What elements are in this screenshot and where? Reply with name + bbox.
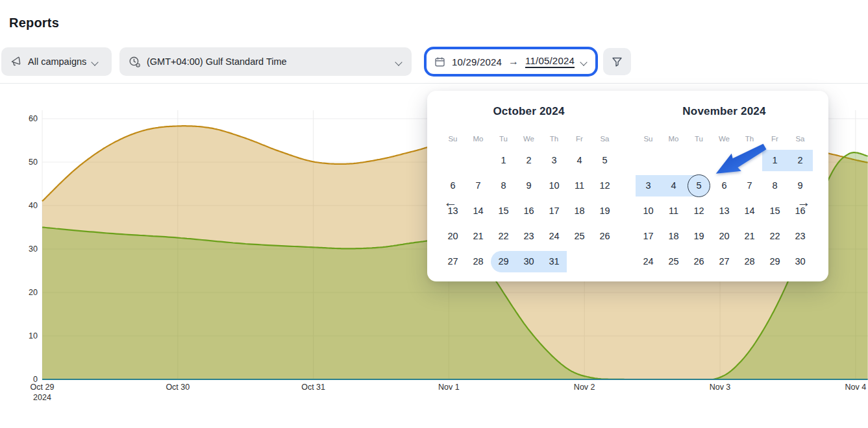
calendar-day[interactable]: 13 [712, 198, 737, 224]
calendar-day[interactable]: 6 [712, 173, 737, 198]
funnel-icon [612, 56, 623, 67]
calendar-day[interactable]: 15 [491, 198, 516, 224]
calendar-day[interactable]: 7 [465, 173, 491, 198]
weekday-label: Mo [661, 130, 686, 148]
day-number: 9 [797, 180, 802, 191]
calendar-day[interactable]: 19 [686, 224, 712, 249]
calendar-day-empty [440, 148, 465, 173]
day-number: 27 [719, 256, 729, 267]
calendar-day[interactable]: 28 [465, 249, 491, 274]
day-number: 20 [719, 231, 729, 241]
chevron-down-icon [581, 58, 588, 65]
calendar-day[interactable]: 17 [636, 224, 661, 249]
chevron-down-icon [92, 58, 99, 65]
day-number: 19 [693, 231, 704, 241]
calendar-day[interactable]: 20 [440, 224, 465, 249]
calendar-day[interactable]: 7 [737, 173, 762, 198]
campaigns-dropdown[interactable]: All campaigns [1, 47, 112, 76]
timezone-dropdown[interactable]: (GMT+04:00) Gulf Standard Time [119, 47, 412, 76]
calendar-day-empty [636, 148, 661, 173]
x-axis-label: Nov 4 [845, 383, 866, 392]
calendar-day[interactable]: 12 [592, 173, 617, 198]
calendar-day[interactable]: 2 [516, 148, 541, 173]
calendar-day[interactable]: 30 [516, 249, 541, 274]
x-axis-label: Nov 3 [710, 383, 731, 392]
calendar-day[interactable]: 10 [541, 173, 567, 198]
calendar-day[interactable]: 31 [541, 249, 567, 274]
calendar-day[interactable]: 11 [661, 198, 686, 224]
clock-timezone-icon [129, 56, 141, 68]
calendar-day[interactable]: 15 [762, 198, 787, 224]
calendar-day[interactable]: 14 [465, 198, 491, 224]
calendar-day[interactable]: 27 [440, 249, 465, 274]
day-number: 22 [769, 231, 780, 241]
calendar-day-empty [686, 148, 712, 173]
day-grid: 1234567891011121314151617181920212223242… [636, 148, 813, 274]
day-number: 4 [577, 155, 582, 165]
calendar-day[interactable]: 2 [787, 148, 813, 173]
calendar-day[interactable]: 3 [636, 173, 661, 198]
calendar-day[interactable]: 24 [541, 224, 567, 249]
calendar-day[interactable]: 4 [567, 148, 592, 173]
calendar-day[interactable]: 22 [491, 224, 516, 249]
calendar-day[interactable]: 12 [686, 198, 712, 224]
calendar-day[interactable]: 18 [661, 224, 686, 249]
calendar-day[interactable]: 8 [762, 173, 787, 198]
range-start-date[interactable]: 10/29/2024 [452, 56, 502, 67]
calendar-day[interactable]: 19 [592, 198, 617, 224]
calendar-day[interactable]: 5 [686, 173, 712, 198]
day-number: 3 [645, 180, 651, 191]
x-axis-label: Nov 2 [574, 383, 595, 392]
calendar-day[interactable]: 5 [592, 148, 617, 173]
date-range-picker[interactable]: 10/29/2024 → 11/05/2024 [427, 49, 595, 74]
calendar-day[interactable]: 23 [787, 224, 813, 249]
calendar-day[interactable]: 21 [737, 224, 762, 249]
calendar-day[interactable]: 14 [737, 198, 762, 224]
calendar-day[interactable]: 20 [712, 224, 737, 249]
filter-button[interactable] [603, 48, 631, 75]
calendar-day[interactable]: 29 [762, 249, 787, 274]
calendar-day[interactable]: 26 [592, 224, 617, 249]
calendar-day[interactable]: 9 [516, 173, 541, 198]
calendar-day[interactable]: 8 [491, 173, 516, 198]
calendar-day[interactable]: 27 [712, 249, 737, 274]
calendar-day[interactable]: 18 [567, 198, 592, 224]
range-end-date[interactable]: 11/05/2024 [525, 55, 575, 68]
weekday-label: Fr [762, 130, 787, 148]
calendar-day[interactable]: 9 [787, 173, 813, 198]
calendar-day-empty [661, 148, 686, 173]
calendar-day[interactable]: 26 [686, 249, 712, 274]
calendar-day-empty [737, 148, 762, 173]
day-number: 8 [772, 180, 777, 191]
day-number: 15 [498, 206, 508, 216]
day-number: 16 [523, 206, 534, 216]
calendar-day[interactable]: 16 [787, 198, 813, 224]
calendar-day[interactable]: 23 [516, 224, 541, 249]
calendar-day[interactable]: 22 [762, 224, 787, 249]
x-axis-label: Oct 29 [31, 383, 55, 392]
calendar-day[interactable]: 4 [661, 173, 686, 198]
calendar-day[interactable]: 11 [567, 173, 592, 198]
calendar-day[interactable]: 6 [440, 173, 465, 198]
calendar-day[interactable]: 16 [516, 198, 541, 224]
calendar-day[interactable]: 3 [541, 148, 567, 173]
day-number: 2 [526, 155, 531, 165]
calendar-day[interactable]: 13 [440, 198, 465, 224]
calendar-day[interactable]: 30 [787, 249, 813, 274]
weekday-label: Su [440, 130, 465, 148]
calendar-day[interactable]: 1 [491, 148, 516, 173]
day-number: 14 [744, 206, 754, 216]
calendar-day[interactable]: 17 [541, 198, 567, 224]
calendar-day[interactable]: 24 [636, 249, 661, 274]
calendar-day[interactable]: 29 [491, 249, 516, 274]
calendar-day[interactable]: 10 [636, 198, 661, 224]
calendar-day[interactable]: 21 [465, 224, 491, 249]
day-number: 30 [523, 256, 534, 267]
weekday-label: Th [737, 130, 762, 148]
calendar-day[interactable]: 1 [762, 148, 787, 173]
calendar-day[interactable]: 25 [661, 249, 686, 274]
calendar-day[interactable]: 25 [567, 224, 592, 249]
calendar-day[interactable]: 28 [737, 249, 762, 274]
weekday-label: We [712, 130, 737, 148]
megaphone-icon [10, 56, 22, 67]
